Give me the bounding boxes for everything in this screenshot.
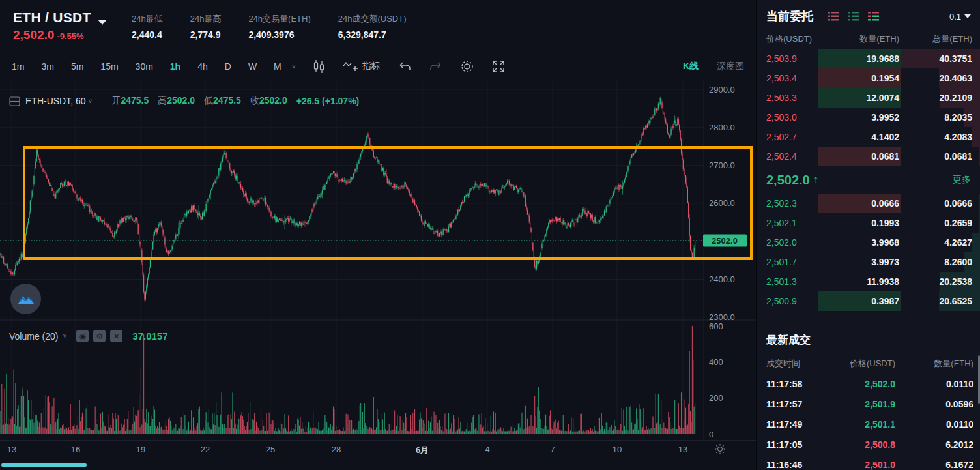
- view-bids-only-icon[interactable]: [848, 12, 859, 21]
- undo-icon[interactable]: [397, 61, 412, 72]
- volume-value: 37.0157: [132, 330, 167, 342]
- bid-row[interactable]: 2,502.1 0.1993 0.2659: [757, 213, 980, 233]
- bid-price: 2,502.3: [766, 198, 822, 209]
- trade-qty: 6.1672: [895, 460, 973, 470]
- symbol-dropdown-caret-icon[interactable]: [98, 20, 107, 25]
- trade-row[interactable]: 11:17:05 2,500.8 6.2012: [757, 434, 980, 454]
- volume-remove-icon[interactable]: ✕: [110, 330, 122, 342]
- ask-qty: 0.1954: [822, 73, 899, 83]
- interval-1m[interactable]: 1m: [12, 61, 24, 72]
- bid-price: 2,500.9: [766, 296, 822, 306]
- symbol-block[interactable]: ETH / USDT 2,502.0 -9.55%: [13, 10, 116, 42]
- ask-total: 20.2109: [899, 93, 972, 103]
- ask-total: 40.3751: [899, 53, 972, 64]
- redo-icon[interactable]: [429, 61, 443, 72]
- trade-qty: 0.0110: [895, 419, 973, 430]
- price-up-arrow-icon: ↑: [813, 173, 819, 186]
- interval-more-chevron-icon[interactable]: ˅: [292, 63, 296, 70]
- candle-style-icon[interactable]: [313, 59, 326, 74]
- drawing-rectangle-annotation[interactable]: [23, 146, 753, 260]
- trade-row[interactable]: 11:17:49 2,501.1 0.0110: [757, 414, 980, 434]
- ask-price: 2,503.3: [766, 93, 822, 103]
- volume-chevron-icon[interactable]: ˅: [63, 332, 66, 340]
- precision-dropdown[interactable]: 0.1: [949, 12, 971, 22]
- bid-price: 2,502.1: [766, 218, 822, 228]
- pane-collapse-icon[interactable]: [9, 96, 20, 106]
- stat-value: 2,409.3976: [248, 29, 310, 40]
- trade-row[interactable]: 11:17:58 2,502.0 0.0110: [757, 374, 980, 394]
- svg-text:2800.0: 2800.0: [709, 123, 735, 132]
- ask-price: 2,503.9: [766, 53, 822, 64]
- stat-24h-volume: 24h交易量(ETH) 2,409.3976: [248, 13, 310, 40]
- chart-symbol-chevron-icon[interactable]: ˅: [89, 98, 93, 105]
- trade-qty: 0.0110: [895, 379, 973, 389]
- orderbook-column-headers: 价格(USDT) 数量(ETH) 总量(ETH): [757, 24, 980, 49]
- chart-area[interactable]: 2900.02800.02700.02600.02400.02300.06004…: [0, 81, 756, 470]
- ask-row[interactable]: 2,503.4 0.1954 20.4063: [757, 68, 980, 88]
- bids-list: 2,502.3 0.0666 0.0666 2,502.1 0.1993 0.2…: [757, 194, 980, 311]
- time-tick: 28: [332, 445, 341, 454]
- trade-row[interactable]: 11:16:46 2,501.0 6.1672: [757, 454, 980, 470]
- trades-column-headers: 成交时间 价格(USDT) 数量(ETH): [757, 347, 980, 374]
- volume-settings-gear-icon[interactable]: ⚙: [93, 330, 106, 342]
- chart-settings-gear-icon[interactable]: [460, 59, 474, 74]
- interval-D[interactable]: D: [225, 61, 231, 72]
- theme-sun-icon[interactable]: [714, 443, 726, 458]
- interval-3m[interactable]: 3m: [41, 61, 53, 72]
- tab-depth[interactable]: 深度图: [717, 61, 744, 72]
- bid-row[interactable]: 2,502.3 0.0666 0.0666: [757, 194, 980, 213]
- interval-30m[interactable]: 30m: [136, 61, 153, 72]
- chart-symbol-label[interactable]: ETH-USDT, 60: [25, 96, 86, 106]
- interval-5m[interactable]: 5m: [71, 61, 83, 72]
- fullscreen-icon[interactable]: [491, 59, 506, 74]
- candlestick-chart[interactable]: 2900.02800.02700.02600.02400.02300.06004…: [0, 81, 756, 440]
- svg-text:2900.0: 2900.0: [709, 85, 735, 95]
- indicators-button[interactable]: 指标: [343, 60, 381, 73]
- interval-W[interactable]: W: [248, 61, 257, 72]
- ask-row[interactable]: 2,503.0 3.9952 8.2035: [757, 108, 980, 127]
- scrollbar-thumb[interactable]: [1, 463, 87, 467]
- view-combined-icon[interactable]: [868, 12, 879, 21]
- ask-row[interactable]: 2,502.4 0.0681 0.0681: [757, 147, 980, 166]
- stat-label: 24h最低: [132, 13, 163, 25]
- precision-value: 0.1: [949, 12, 961, 22]
- trades-list: 11:17:58 2,502.0 0.0110 11:17:57 2,501.9…: [757, 374, 980, 470]
- bid-total: 20.6525: [899, 296, 972, 306]
- recent-trades-section: 最新成交 成交时间 价格(USDT) 数量(ETH) 11:17:58 2,50…: [757, 324, 980, 470]
- volume-visibility-icon[interactable]: ◉: [76, 330, 89, 342]
- tab-kline[interactable]: K线: [683, 61, 699, 72]
- interval-M[interactable]: M: [274, 61, 281, 72]
- view-asks-only-icon[interactable]: [828, 12, 839, 21]
- bid-row[interactable]: 2,502.0 3.9968 4.2627: [757, 233, 980, 252]
- ask-row[interactable]: 2,503.3 12.0074 20.2109: [757, 88, 980, 108]
- col-price: 价格(USDT): [766, 33, 822, 45]
- bid-qty: 0.3987: [822, 296, 899, 306]
- ask-row[interactable]: 2,503.9 19.9688 40.3751: [757, 49, 980, 68]
- bid-row[interactable]: 2,501.7 3.9973 8.2600: [757, 252, 980, 272]
- ask-total: 0.0681: [899, 151, 972, 162]
- ask-row[interactable]: 2,502.7 4.1402 4.2083: [757, 127, 980, 147]
- interval-15m[interactable]: 15m: [100, 61, 118, 72]
- volume-indicator-label[interactable]: Volume (20): [9, 331, 58, 342]
- close-label: 收: [250, 95, 259, 106]
- bid-total: 20.2538: [899, 276, 972, 287]
- trade-row[interactable]: 11:17:57 2,501.9 0.0596: [757, 394, 980, 414]
- stat-label: 24h交易量(ETH): [248, 13, 310, 25]
- trade-time: 11:17:49: [766, 419, 826, 430]
- time-tick: 6月: [416, 445, 429, 456]
- interval-4h[interactable]: 4h: [197, 61, 208, 72]
- bid-row[interactable]: 2,500.9 0.3987 20.6525: [757, 291, 980, 311]
- chart-watermark-logo[interactable]: [10, 284, 41, 314]
- more-link[interactable]: 更多: [953, 174, 971, 186]
- interval-1h[interactable]: 1h: [170, 61, 180, 72]
- chart-toolbar: 1m3m5m15m30m1h4hDWM ˅ 指标: [0, 52, 756, 81]
- bid-qty: 3.9973: [822, 257, 899, 267]
- ask-qty: 19.9688: [822, 53, 899, 64]
- time-axis[interactable]: 1316192225286月471013: [0, 440, 756, 458]
- stat-label: 24h最高: [190, 13, 222, 25]
- chart-legend: ETH-USDT, 60 ˅ 开2475.5 高2502.0 低2475.5 收…: [9, 95, 359, 107]
- bid-row[interactable]: 2,501.3 11.9938 20.2538: [757, 272, 980, 291]
- ask-price: 2,503.0: [766, 112, 822, 123]
- price-change: -9.55%: [57, 31, 83, 41]
- bid-total: 0.2659: [899, 218, 972, 228]
